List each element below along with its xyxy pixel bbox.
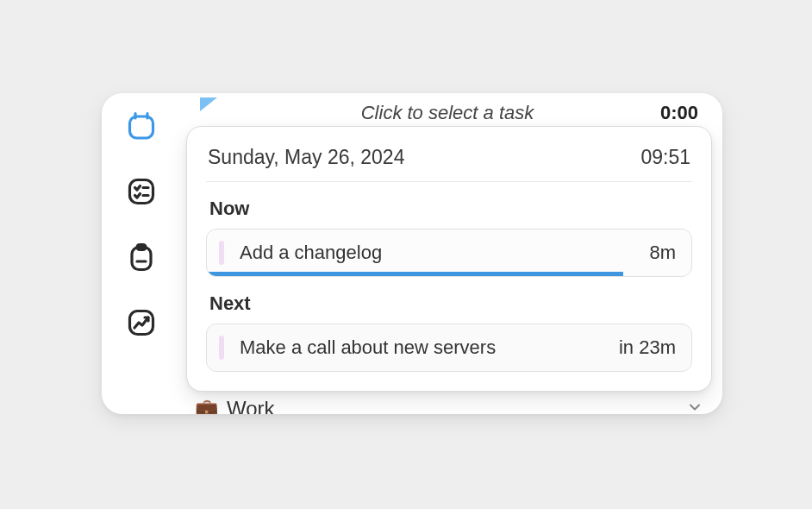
task-selector-hint: Click to select a task: [234, 102, 660, 124]
now-task[interactable]: Add a changelog 8m: [206, 229, 692, 277]
agenda-time: 09:51: [640, 146, 690, 169]
svg-rect-1: [130, 180, 153, 204]
agenda-date: Sunday, May 26, 2024: [208, 146, 404, 169]
now-task-progress: [207, 272, 623, 276]
sidebar: [102, 93, 181, 414]
tasks-icon[interactable]: [124, 174, 159, 209]
task-color-tag: [219, 336, 224, 360]
svg-rect-0: [130, 116, 153, 138]
task-color-tag: [219, 241, 224, 265]
calendar-icon[interactable]: [124, 109, 159, 143]
main-area: Click to select a task 0:00 Sunday, May …: [181, 93, 722, 414]
agenda-header: Sunday, May 26, 2024 09:51: [206, 139, 692, 182]
now-label: Now: [209, 198, 692, 220]
next-label: Next: [209, 292, 692, 315]
svg-rect-4: [130, 311, 153, 335]
clipboard-icon[interactable]: [124, 240, 159, 274]
next-task[interactable]: Make a call about new servers in 23m: [206, 324, 692, 372]
stats-icon[interactable]: [124, 305, 159, 340]
play-indicator-icon: [200, 103, 228, 123]
now-task-duration: 8m: [649, 242, 676, 264]
next-task-title: Make a call about new servers: [228, 336, 619, 359]
agenda-card: Sunday, May 26, 2024 09:51 Now Add a cha…: [186, 126, 712, 392]
next-task-eta: in 23m: [619, 336, 676, 359]
now-task-title: Add a changelog: [228, 242, 649, 264]
task-selector-timer: 0:00: [660, 102, 698, 124]
category-row[interactable]: 💼 Work: [186, 392, 712, 414]
task-selector-row[interactable]: Click to select a task 0:00: [186, 102, 712, 126]
chevron-down-icon: [688, 400, 709, 415]
briefcase-icon: 💼: [195, 399, 218, 414]
category-label: Work: [227, 397, 679, 414]
app-window: Click to select a task 0:00 Sunday, May …: [102, 93, 722, 414]
